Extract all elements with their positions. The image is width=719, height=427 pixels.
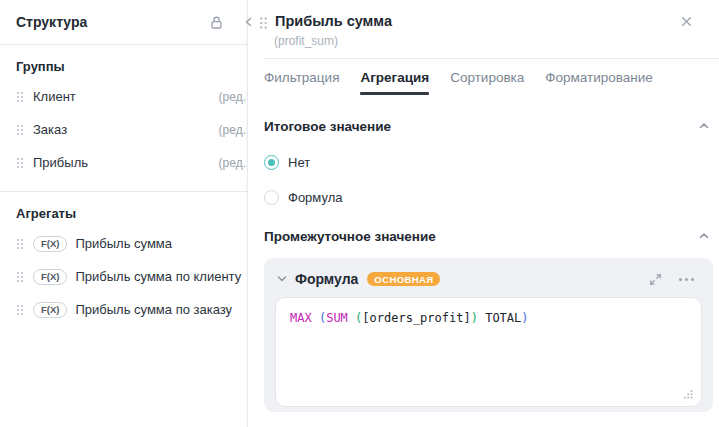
- drag-handle-icon[interactable]: [16, 238, 24, 250]
- group-row-order[interactable]: Заказ (ред.: [0, 113, 247, 146]
- expand-icon[interactable]: [648, 272, 663, 287]
- edit-link[interactable]: (ред.: [219, 123, 246, 137]
- formula-badge: F(X): [33, 236, 67, 252]
- radio-option-none[interactable]: Нет: [264, 155, 713, 170]
- formula-badge: F(X): [33, 269, 67, 285]
- chevron-up-icon[interactable]: [695, 117, 713, 135]
- chevron-up-icon[interactable]: [695, 227, 713, 245]
- formula-card: Формула ОСНОВНАЯ: [264, 258, 713, 412]
- drag-handle-icon[interactable]: [259, 16, 268, 30]
- aggregate-row-profit-sum-by-client[interactable]: F(X) Прибыль сумма по клиенту: [0, 260, 247, 293]
- drag-handle-icon[interactable]: [16, 304, 24, 316]
- drag-handle-icon[interactable]: [16, 271, 24, 283]
- edit-link[interactable]: (ред.: [219, 90, 246, 104]
- aggregate-row-profit-sum-by-order[interactable]: F(X) Прибыль сумма по заказу: [0, 293, 247, 326]
- radio-icon[interactable]: [264, 155, 279, 170]
- field-title: Прибыль сумма: [275, 12, 669, 30]
- groups-heading: Группы: [0, 45, 247, 80]
- aggregate-label: Прибыль сумма по клиенту: [75, 269, 241, 284]
- settings-tabs: Фильтрация Агрегация Сортировка Форматир…: [248, 59, 719, 95]
- tab-aggregation[interactable]: Агрегация: [360, 59, 429, 95]
- panel-header: Прибыль сумма (profit_sum): [248, 0, 719, 58]
- group-label: Заказ: [33, 122, 67, 137]
- group-label: Прибыль: [33, 155, 88, 170]
- radio-icon[interactable]: [264, 190, 279, 205]
- drag-handle-icon[interactable]: [16, 91, 24, 103]
- group-label: Клиент: [33, 89, 76, 104]
- tab-filtering[interactable]: Фильтрация: [264, 59, 339, 95]
- total-value-heading: Итоговое значение: [264, 119, 391, 134]
- aggregate-label: Прибыль сумма: [75, 236, 172, 251]
- formula-badge: F(X): [33, 302, 67, 318]
- aggregate-label: Прибыль сумма по заказу: [75, 302, 232, 317]
- edit-link[interactable]: (ред.: [219, 156, 246, 170]
- main-badge: ОСНОВНАЯ: [367, 272, 440, 287]
- tab-sorting[interactable]: Сортировка: [450, 59, 524, 95]
- intermediate-value-heading: Промежуточное значение: [264, 229, 436, 244]
- structure-panel: Структура Группы Клиент (ред. Заказ (ред…: [0, 0, 247, 427]
- field-settings-panel: Прибыль сумма (profit_sum) Фильтрация Аг…: [247, 0, 719, 427]
- aggregate-row-profit-sum[interactable]: F(X) Прибыль сумма: [0, 227, 247, 260]
- resize-grip-icon[interactable]: [683, 389, 693, 399]
- more-icon[interactable]: [678, 277, 695, 282]
- lock-icon[interactable]: [208, 14, 225, 31]
- drag-handle-icon[interactable]: [16, 157, 24, 169]
- app: Структура Группы Клиент (ред. Заказ (ред…: [0, 0, 719, 427]
- structure-panel-title: Структура: [16, 14, 87, 30]
- drag-handle-icon[interactable]: [16, 124, 24, 136]
- group-row-client[interactable]: Клиент (ред.: [0, 80, 247, 113]
- formula-card-title: Формула: [295, 271, 358, 287]
- chevron-down-icon[interactable]: [275, 272, 289, 286]
- total-value-section: Итоговое значение Нет Формула: [248, 117, 719, 205]
- structure-panel-header: Структура: [0, 0, 247, 44]
- tab-formatting[interactable]: Форматирование: [545, 59, 653, 95]
- intermediate-value-section: Промежуточное значение Формула ОСНОВНАЯ: [248, 227, 719, 412]
- radio-option-formula[interactable]: Формула: [264, 190, 713, 205]
- field-id: (profit_sum): [274, 34, 669, 48]
- formula-card-header: Формула ОСНОВНАЯ: [275, 266, 702, 292]
- close-icon[interactable]: [679, 14, 694, 29]
- group-row-profit[interactable]: Прибыль (ред.: [0, 146, 247, 179]
- formula-editor[interactable]: MAX (SUM ([orders_profit]) TOTAL): [275, 297, 702, 407]
- aggregates-heading: Агрегаты: [0, 192, 247, 227]
- code-line: MAX (SUM ([orders_profit]) TOTAL): [290, 311, 529, 325]
